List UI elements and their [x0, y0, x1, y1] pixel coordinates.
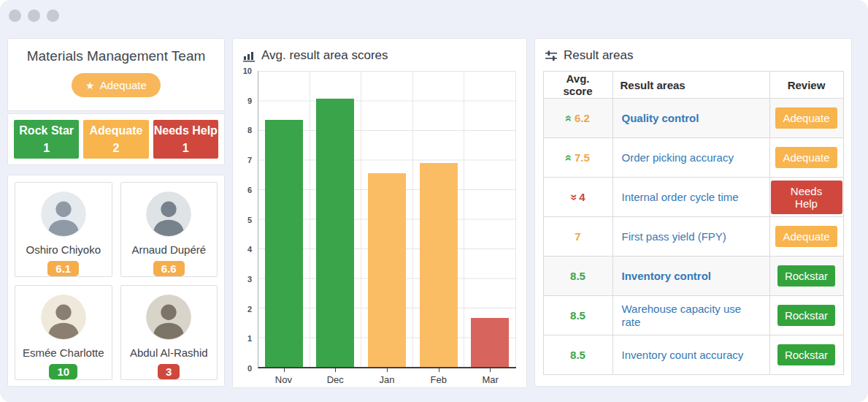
result-area-link[interactable]: Inventory control — [622, 270, 712, 282]
y-tick: 8 — [247, 126, 252, 134]
window-controls[interactable] — [9, 10, 59, 22]
result-area-link[interactable]: Inventory count accuracy — [622, 349, 744, 361]
results-panel: Result areas Avg. score Result areas Rev… — [534, 38, 852, 387]
team-review-badge: ★ Adequate — [72, 73, 161, 97]
avatar — [146, 191, 191, 237]
review-badge: Adequate — [775, 107, 837, 129]
y-axis: 10 9 8 7 6 5 4 3 2 1 0 — [237, 71, 255, 368]
bar[interactable] — [368, 173, 406, 367]
review-badge: Needs Help — [771, 181, 842, 214]
y-tick: 5 — [247, 216, 252, 224]
member-name: Abdul Al-Rashid — [121, 346, 218, 359]
member-name: Arnaud Dupéré — [121, 243, 218, 256]
member-score-badge: 6.1 — [47, 261, 79, 276]
trend-down-icon — [570, 191, 577, 204]
table-row[interactable]: 7 First pass yield (FPY) Adequate — [543, 217, 843, 257]
stat-rockstar: Rock Star 1 — [14, 120, 79, 159]
team-members-panel: Oshiro Chiyoko 6.1 Arnaud Dupéré 6.6 Esm… — [7, 175, 225, 387]
window-dot[interactable] — [28, 10, 40, 22]
table-row[interactable]: 6.2 Quality control Adequate — [543, 99, 843, 138]
member-name: Oshiro Chiyoko — [15, 243, 112, 256]
review-badge: Rockstar — [777, 305, 835, 326]
member-score-badge: 6.6 — [153, 261, 185, 276]
team-stats-panel: Rock Star 1 Adequate 2 Needs Help 1 — [7, 113, 225, 165]
stat-adequate: Adequate 2 — [83, 120, 148, 159]
stat-count: 1 — [153, 140, 218, 156]
review-badge: Adequate — [775, 147, 837, 168]
team-review-label: Adequate — [100, 79, 147, 91]
member-score-badge: 10 — [49, 364, 77, 379]
y-tick: 4 — [247, 245, 252, 254]
avg-score: 8.5 — [570, 309, 585, 322]
column-header-result-areas[interactable]: Result areas — [612, 72, 769, 99]
y-tick: 2 — [247, 305, 252, 314]
avg-score: 7.5 — [575, 151, 590, 164]
table-row[interactable]: 4 Internal order cycle time Needs Help — [543, 178, 843, 217]
result-areas-table: Avg. score Result areas Review 6.2 Quali… — [543, 71, 844, 375]
table-row[interactable]: 8.5 Inventory control Rockstar — [543, 257, 843, 296]
member-card[interactable]: Esmée Charlotte 10 — [15, 285, 112, 380]
bar[interactable] — [316, 99, 354, 367]
y-tick: 0 — [247, 364, 252, 373]
x-tick: Feb — [412, 374, 464, 385]
table-row[interactable]: 7.5 Order picking accuracy Adequate — [543, 138, 843, 178]
avg-score: 6.2 — [575, 112, 590, 124]
result-area-link[interactable]: Warehouse capacity use rate — [622, 303, 742, 328]
result-area-link[interactable]: First pass yield (FPY) — [622, 230, 726, 243]
y-tick: 3 — [247, 275, 252, 284]
review-badge: Adequate — [775, 226, 837, 247]
avg-score: 4 — [579, 191, 585, 203]
stat-label: Adequate — [83, 122, 148, 139]
review-badge: Rockstar — [777, 344, 835, 365]
avg-score: 7 — [575, 230, 580, 243]
star-icon: ★ — [85, 80, 95, 91]
team-header-panel: Materials Management Team ★ Adequate — [7, 38, 225, 111]
trend-up-icon — [566, 151, 572, 164]
x-tick: Jan — [361, 374, 413, 385]
chart-panel: Avg. result area scores 10 9 8 7 6 5 4 3… — [232, 38, 527, 388]
stat-label: Rock Star — [14, 122, 79, 139]
member-score-badge: 3 — [158, 364, 180, 379]
y-tick: 9 — [247, 96, 252, 105]
team-column: Materials Management Team ★ Adequate Roc… — [7, 38, 225, 387]
member-card[interactable]: Arnaud Dupéré 6.6 — [120, 182, 218, 277]
y-tick: 10 — [243, 67, 252, 75]
trend-up-icon — [566, 112, 572, 125]
x-tick: Nov — [258, 374, 310, 385]
avg-score: 8.5 — [570, 270, 585, 282]
y-tick: 1 — [247, 334, 252, 343]
avatar — [41, 295, 86, 340]
results-title: Result areas — [564, 48, 633, 63]
member-name: Esmée Charlotte — [15, 346, 112, 359]
avatar — [146, 295, 191, 340]
app-window: Materials Management Team ★ Adequate Roc… — [0, 0, 868, 402]
x-tick: Dec — [310, 374, 361, 385]
result-area-link[interactable]: Order picking accuracy — [622, 151, 734, 164]
bar[interactable] — [471, 318, 509, 367]
bar-chart-icon — [243, 50, 256, 62]
avg-score: 8.5 — [570, 349, 585, 361]
x-tick: Mar — [464, 374, 516, 385]
bar-chart: 10 9 8 7 6 5 4 3 2 1 0 Nov Dec — [237, 71, 518, 392]
stat-count: 1 — [14, 140, 79, 156]
plot-area — [258, 71, 516, 368]
member-card[interactable]: Oshiro Chiyoko 6.1 — [15, 182, 112, 277]
bar[interactable] — [420, 163, 458, 367]
team-title: Materials Management Team — [8, 48, 224, 64]
window-dot[interactable] — [47, 10, 59, 22]
member-card[interactable]: Abdul Al-Rashid 3 — [120, 285, 218, 380]
table-row[interactable]: 8.5 Warehouse capacity use rate Rockstar — [543, 296, 843, 335]
column-header-avg-score[interactable]: Avg. score — [543, 72, 612, 99]
result-area-link[interactable]: Internal order cycle time — [622, 191, 739, 203]
review-badge: Rockstar — [777, 265, 835, 287]
column-header-review[interactable]: Review — [769, 72, 843, 99]
avatar — [41, 191, 86, 237]
stat-count: 2 — [83, 140, 148, 156]
x-axis-labels: Nov Dec Jan Feb Mar — [258, 374, 516, 385]
y-tick: 7 — [247, 156, 252, 164]
sliders-icon — [545, 50, 558, 62]
table-row[interactable]: 8.5 Inventory count accuracy Rockstar — [543, 335, 843, 375]
bar[interactable] — [265, 120, 303, 367]
result-area-link[interactable]: Quality control — [622, 112, 699, 124]
window-dot[interactable] — [9, 10, 21, 22]
